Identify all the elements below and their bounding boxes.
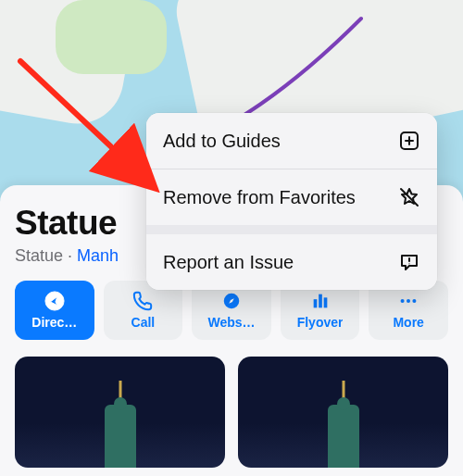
buildings-icon — [310, 291, 331, 311]
action-label: Call — [131, 315, 156, 330]
statue-silhouette — [328, 405, 359, 468]
svg-point-5 — [401, 299, 405, 303]
svg-point-9 — [408, 263, 409, 264]
menu-item-label: Report an Issue — [163, 252, 294, 273]
svg-rect-2 — [313, 299, 317, 307]
menu-item-report-issue[interactable]: Report an Issue — [146, 234, 437, 290]
menu-item-label: Add to Guides — [163, 131, 281, 152]
action-label: More — [393, 315, 423, 330]
directions-button[interactable]: Direc… — [15, 281, 94, 340]
svg-rect-4 — [323, 297, 327, 307]
directions-icon — [44, 291, 65, 311]
star-slash-icon — [398, 186, 420, 208]
menu-item-label: Remove from Favorites — [163, 187, 356, 208]
photo-row — [15, 357, 448, 468]
subtitle-category: Statue · — [15, 246, 77, 265]
place-photo[interactable] — [238, 357, 448, 468]
svg-rect-3 — [319, 294, 322, 308]
phone-icon — [132, 291, 153, 311]
svg-point-7 — [413, 299, 417, 303]
menu-group-gap — [146, 225, 437, 234]
plus-square-icon — [398, 130, 420, 152]
action-label: Direc… — [31, 315, 77, 330]
subtitle-location-link[interactable]: Manh — [77, 246, 119, 265]
action-label: Webs… — [207, 315, 255, 330]
app-screenshot: Statue Statue · Manh Direc… Call — [0, 0, 463, 476]
action-label: Flyover — [297, 315, 344, 330]
context-menu: Add to Guides Remove from Favorites Repo… — [146, 113, 437, 290]
compass-icon — [221, 291, 242, 311]
more-icon — [398, 291, 419, 311]
statue-silhouette — [105, 405, 136, 468]
place-photo[interactable] — [15, 357, 225, 468]
report-bubble-icon — [398, 251, 420, 273]
menu-item-remove-from-favorites[interactable]: Remove from Favorites — [146, 169, 437, 225]
svg-point-6 — [407, 299, 410, 303]
menu-item-add-to-guides[interactable]: Add to Guides — [146, 113, 437, 169]
